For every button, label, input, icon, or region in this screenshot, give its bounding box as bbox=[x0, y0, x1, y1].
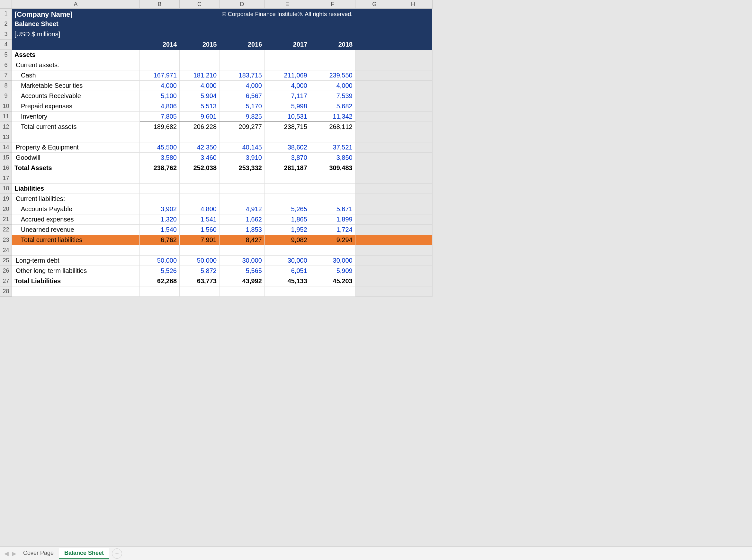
cell-blank[interactable] bbox=[355, 245, 394, 256]
cell[interactable] bbox=[220, 245, 265, 256]
cell-value[interactable]: 181,210 bbox=[180, 71, 220, 81]
row-header-19[interactable]: 19 bbox=[0, 194, 12, 204]
cell-value[interactable]: 1,853 bbox=[220, 225, 265, 235]
cell-blank[interactable] bbox=[394, 9, 432, 19]
row-header-3[interactable]: 3 bbox=[0, 29, 12, 40]
cell-value[interactable] bbox=[264, 50, 310, 60]
row-header-27[interactable]: 27 bbox=[0, 276, 12, 286]
cell-blank[interactable] bbox=[394, 256, 432, 266]
cell-blank[interactable] bbox=[394, 286, 432, 297]
cell[interactable] bbox=[140, 9, 180, 19]
col-header-D[interactable]: D bbox=[220, 0, 265, 9]
cell-value[interactable]: 37,521 bbox=[310, 142, 355, 153]
select-all-corner[interactable] bbox=[0, 0, 12, 9]
cell-value[interactable]: 4,806 bbox=[140, 101, 180, 112]
cell-blank[interactable] bbox=[394, 142, 432, 153]
cell-value[interactable]: 62,288 bbox=[140, 276, 180, 286]
cell-blank[interactable] bbox=[394, 266, 432, 276]
col-header-B[interactable]: B bbox=[140, 0, 180, 9]
cell-blank[interactable] bbox=[394, 19, 432, 29]
cell-blank[interactable] bbox=[394, 40, 432, 50]
row-header-16[interactable]: 16 bbox=[0, 163, 12, 173]
row-header-26[interactable]: 26 bbox=[0, 266, 12, 276]
cell-value[interactable]: 50,000 bbox=[180, 256, 220, 266]
row-header-28[interactable]: 28 bbox=[0, 286, 12, 297]
cell-value[interactable]: 1,952 bbox=[264, 225, 310, 235]
row-header-11[interactable]: 11 bbox=[0, 112, 12, 122]
cell[interactable] bbox=[310, 29, 355, 40]
sheet-subtitle[interactable]: Balance Sheet bbox=[12, 19, 140, 29]
cell-value[interactable]: 1,724 bbox=[310, 225, 355, 235]
row-label[interactable]: Accrued expenses bbox=[12, 215, 140, 225]
cell[interactable] bbox=[12, 173, 140, 183]
cell-value[interactable]: 4,800 bbox=[180, 204, 220, 215]
row-header-5[interactable]: 5 bbox=[0, 50, 12, 60]
cell[interactable] bbox=[180, 9, 220, 19]
cell-blank[interactable] bbox=[355, 60, 394, 71]
cell[interactable] bbox=[12, 132, 140, 142]
row-header-24[interactable]: 24 bbox=[0, 245, 12, 256]
cell-blank[interactable] bbox=[355, 29, 394, 40]
col-header-H[interactable]: H bbox=[394, 0, 432, 9]
sheet-tab-cover-page[interactable]: Cover Page bbox=[18, 548, 59, 559]
cell-blank[interactable] bbox=[355, 71, 394, 81]
company-name[interactable]: [Company Name] bbox=[12, 9, 140, 19]
cell-value[interactable] bbox=[310, 50, 355, 60]
row-header-22[interactable]: 22 bbox=[0, 225, 12, 235]
cell[interactable] bbox=[264, 19, 310, 29]
cell-value[interactable]: 4,000 bbox=[180, 81, 220, 91]
row-header-12[interactable]: 12 bbox=[0, 122, 12, 132]
row-header-10[interactable]: 10 bbox=[0, 101, 12, 112]
cell[interactable] bbox=[12, 286, 140, 297]
cell[interactable] bbox=[220, 173, 265, 183]
cell-value[interactable] bbox=[180, 183, 220, 194]
cell-value[interactable]: 43,992 bbox=[220, 276, 265, 286]
cell[interactable] bbox=[180, 173, 220, 183]
cell-value[interactable]: 45,133 bbox=[264, 276, 310, 286]
cell-value[interactable] bbox=[140, 183, 180, 194]
row-label[interactable]: Cash bbox=[12, 71, 140, 81]
cell-value[interactable]: 6,051 bbox=[264, 266, 310, 276]
cell-value[interactable]: 1,899 bbox=[310, 215, 355, 225]
row-label[interactable]: Current liabilities: bbox=[12, 194, 140, 204]
cell-value[interactable] bbox=[264, 183, 310, 194]
row-header-4[interactable]: 4 bbox=[0, 40, 12, 50]
cell-blank[interactable] bbox=[355, 142, 394, 153]
cell-blank[interactable] bbox=[355, 19, 394, 29]
year-header-2014[interactable]: 2014 bbox=[140, 40, 180, 50]
row-label[interactable]: Long-term debt bbox=[12, 256, 140, 266]
cell-value[interactable]: 5,265 bbox=[264, 204, 310, 215]
cell-value[interactable]: 30,000 bbox=[264, 256, 310, 266]
cell[interactable] bbox=[140, 132, 180, 142]
row-header-6[interactable]: 6 bbox=[0, 60, 12, 71]
cell-value[interactable]: 206,228 bbox=[180, 122, 220, 132]
cell-value[interactable]: 1,540 bbox=[140, 225, 180, 235]
cell-blank[interactable] bbox=[394, 60, 432, 71]
row-label[interactable]: Marketable Securities bbox=[12, 81, 140, 91]
cell-value[interactable] bbox=[220, 194, 265, 204]
cell-blank[interactable] bbox=[355, 225, 394, 235]
cell-value[interactable]: 63,773 bbox=[180, 276, 220, 286]
cell-blank[interactable] bbox=[394, 132, 432, 142]
cell-value[interactable]: 238,762 bbox=[140, 163, 180, 173]
row-label[interactable]: Assets bbox=[12, 50, 140, 60]
row-header-9[interactable]: 9 bbox=[0, 91, 12, 101]
cell-value[interactable]: 238,715 bbox=[264, 122, 310, 132]
cell-blank[interactable] bbox=[355, 50, 394, 60]
cell-value[interactable]: 42,350 bbox=[180, 142, 220, 153]
tab-nav-prev[interactable]: ◀ bbox=[3, 550, 10, 557]
cell[interactable] bbox=[180, 132, 220, 142]
row-header-1[interactable]: 1 bbox=[0, 9, 12, 19]
cell-value[interactable]: 183,715 bbox=[220, 71, 265, 81]
cell-value[interactable]: 40,145 bbox=[220, 142, 265, 153]
cell-value[interactable]: 268,112 bbox=[310, 122, 355, 132]
cell-value[interactable] bbox=[140, 50, 180, 60]
cell-blank[interactable] bbox=[355, 266, 394, 276]
currency-unit[interactable]: [USD $ millions] bbox=[12, 29, 140, 40]
cell-value[interactable]: 7,805 bbox=[140, 112, 180, 122]
col-header-C[interactable]: C bbox=[180, 0, 220, 9]
cell[interactable] bbox=[310, 19, 355, 29]
cell-value[interactable]: 3,902 bbox=[140, 204, 180, 215]
row-label[interactable]: Other long-term liabilities bbox=[12, 266, 140, 276]
cell-blank[interactable] bbox=[355, 256, 394, 266]
